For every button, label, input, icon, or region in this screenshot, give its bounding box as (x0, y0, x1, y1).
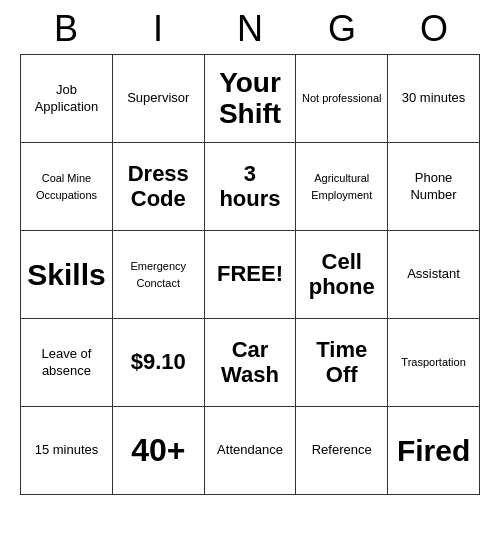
cell-1-1: DressCode (112, 143, 204, 231)
cell-2-1: Emergency Conctact (112, 231, 204, 319)
cell-1-3: Agricultural Employment (296, 143, 388, 231)
cell-2-2: FREE! (204, 231, 296, 319)
cell-4-0: 15 minutes (21, 407, 113, 495)
cell-1-0: Coal Mine Occupations (21, 143, 113, 231)
cell-2-3: Cellphone (296, 231, 388, 319)
cell-0-0: Job Application (21, 55, 113, 143)
cell-0-4: 30 minutes (388, 55, 480, 143)
letter-b: B (22, 8, 110, 50)
letter-i: I (114, 8, 202, 50)
cell-3-3: TimeOff (296, 319, 388, 407)
cell-0-1: Supervisor (112, 55, 204, 143)
cell-1-4: Phone Number (388, 143, 480, 231)
cell-0-2: YourShift (204, 55, 296, 143)
cell-4-1: 40+ (112, 407, 204, 495)
cell-2-4: Assistant (388, 231, 480, 319)
letter-o: O (390, 8, 478, 50)
cell-2-0: Skills (21, 231, 113, 319)
bingo-header: B I N G O (20, 0, 480, 54)
cell-4-2: Attendance (204, 407, 296, 495)
cell-4-3: Reference (296, 407, 388, 495)
letter-g: G (298, 8, 386, 50)
cell-3-0: Leave of absence (21, 319, 113, 407)
cell-0-3: Not professional (296, 55, 388, 143)
cell-3-4: Trasportation (388, 319, 480, 407)
bingo-grid: Job ApplicationSupervisorYourShiftNot pr… (20, 54, 480, 495)
cell-3-2: CarWash (204, 319, 296, 407)
cell-3-1: $9.10 (112, 319, 204, 407)
cell-1-2: 3hours (204, 143, 296, 231)
letter-n: N (206, 8, 294, 50)
cell-4-4: Fired (388, 407, 480, 495)
